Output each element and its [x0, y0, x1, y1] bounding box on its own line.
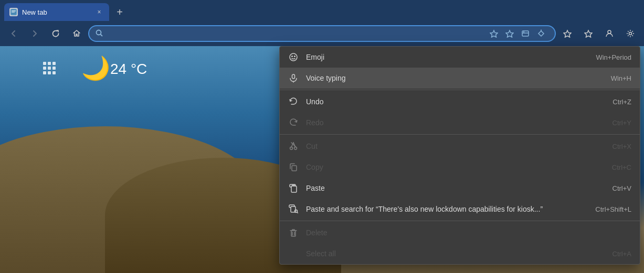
svg-rect-1	[12, 10, 16, 12]
tab-title: New tab	[22, 8, 90, 16]
menu-item-redo: RedoCtrl+Y	[280, 112, 640, 133]
svg-line-29	[297, 212, 298, 213]
settings-toolbar-btn[interactable]	[621, 24, 640, 43]
tab-favicon	[9, 8, 18, 16]
menu-shortcut-voice_typing: Win+H	[611, 74, 631, 82]
menu-item-delete: Delete	[280, 222, 640, 243]
select_all-icon	[288, 248, 299, 259]
svg-point-14	[290, 53, 297, 61]
menu-shortcut-cut: Ctrl+X	[613, 143, 631, 150]
svg-point-12	[608, 30, 611, 34]
forward-button[interactable]	[25, 24, 44, 43]
menu-label-cut: Cut	[306, 142, 605, 150]
svg-rect-24	[292, 166, 297, 171]
menu-shortcut-undo: Ctrl+Z	[613, 98, 631, 106]
menu-item-copy: CopyCtrl+C	[280, 157, 640, 178]
paste_search-icon	[288, 204, 299, 214]
svg-marker-10	[564, 30, 571, 37]
back-button[interactable]	[4, 24, 23, 43]
apps-dots-icon	[43, 62, 56, 74]
favorites-toolbar-btn[interactable]	[558, 24, 577, 43]
cut-icon	[288, 141, 299, 151]
refresh-button[interactable]	[46, 24, 65, 43]
paste-icon	[288, 183, 299, 193]
menu-item-select_all: Select allCtrl+A	[280, 243, 640, 264]
menu-label-voice_typing: Voice typing	[306, 74, 604, 82]
menu-label-emoji: Emoji	[306, 53, 588, 61]
menu-label-paste: Paste	[306, 184, 605, 192]
menu-item-paste_search[interactable]: Paste and search for “There’s also new l…	[280, 199, 640, 220]
menu-label-select_all: Select all	[306, 249, 605, 258]
svg-rect-2	[12, 12, 15, 13]
svg-rect-25	[291, 186, 297, 192]
menu-shortcut-redo: Ctrl+Y	[613, 119, 631, 127]
menu-shortcut-copy: Ctrl+C	[612, 163, 631, 171]
voice_typing-icon	[288, 73, 299, 83]
extensions-icon-btn[interactable]	[534, 26, 548, 41]
toolbar-right	[558, 24, 640, 43]
svg-point-16	[294, 56, 295, 57]
home-button[interactable]	[67, 24, 86, 43]
toolbar	[0, 21, 644, 46]
menu-item-voice_typing[interactable]: Voice typingWin+H	[280, 68, 640, 89]
tab-bar: New tab × +	[0, 0, 644, 21]
menu-item-undo[interactable]: UndoCtrl+Z	[280, 91, 640, 112]
copy-icon	[288, 162, 299, 172]
menu-label-copy: Copy	[306, 163, 605, 171]
menu-item-emoji[interactable]: EmojiWin+Period	[280, 47, 640, 68]
menu-item-cut: CutCtrl+X	[280, 136, 640, 157]
context-menu: EmojiWin+PeriodVoice typingWin+HUndoCtrl…	[279, 46, 640, 265]
apps-grid-button[interactable]	[43, 62, 56, 74]
separator-after-redo	[280, 134, 640, 135]
separator-after-voice_typing	[280, 90, 640, 90]
redo-icon	[288, 117, 299, 128]
search-icon	[96, 29, 103, 38]
collections-icon-btn[interactable]	[502, 26, 517, 41]
emoji-icon	[288, 52, 299, 62]
new-tab-button[interactable]: +	[111, 4, 128, 20]
menu-label-redo: Redo	[306, 118, 605, 127]
profile-icon-btn[interactable]	[518, 26, 533, 41]
svg-rect-30	[291, 231, 295, 236]
url-input[interactable]	[107, 29, 482, 38]
menu-item-paste[interactable]: PasteCtrl+V	[280, 178, 640, 199]
menu-shortcut-paste_search: Ctrl+Shift+L	[595, 205, 631, 213]
undo-icon	[288, 96, 299, 107]
menu-label-undo: Undo	[306, 97, 605, 106]
svg-point-3	[97, 30, 101, 35]
svg-point-15	[292, 56, 293, 57]
svg-marker-6	[506, 30, 513, 37]
weather-moon-icon: 🌙	[81, 57, 110, 80]
address-bar-icons	[487, 26, 548, 41]
delete-icon	[288, 227, 299, 238]
collections-toolbar-btn[interactable]	[579, 24, 598, 43]
menu-label-paste_search: Paste and search for “There’s also new l…	[306, 205, 588, 213]
menu-label-delete: Delete	[306, 228, 624, 237]
browser-chrome: New tab × +	[0, 0, 644, 46]
favorites-icon-btn[interactable]	[487, 26, 501, 41]
separator-after-paste_search	[280, 221, 640, 221]
svg-rect-17	[292, 74, 295, 79]
address-bar[interactable]	[88, 25, 556, 42]
svg-point-13	[629, 32, 632, 35]
menu-shortcut-select_all: Ctrl+A	[613, 250, 631, 258]
svg-marker-11	[585, 30, 592, 37]
svg-marker-5	[490, 30, 498, 37]
svg-rect-7	[522, 31, 529, 36]
menu-shortcut-emoji: Win+Period	[596, 53, 631, 61]
active-tab[interactable]: New tab ×	[4, 3, 109, 21]
menu-shortcut-paste: Ctrl+V	[613, 184, 631, 192]
svg-line-4	[101, 34, 103, 36]
temperature-display: 24 °C	[110, 61, 147, 78]
tab-close-button[interactable]: ×	[94, 7, 104, 17]
profile-toolbar-btn[interactable]	[600, 24, 619, 43]
